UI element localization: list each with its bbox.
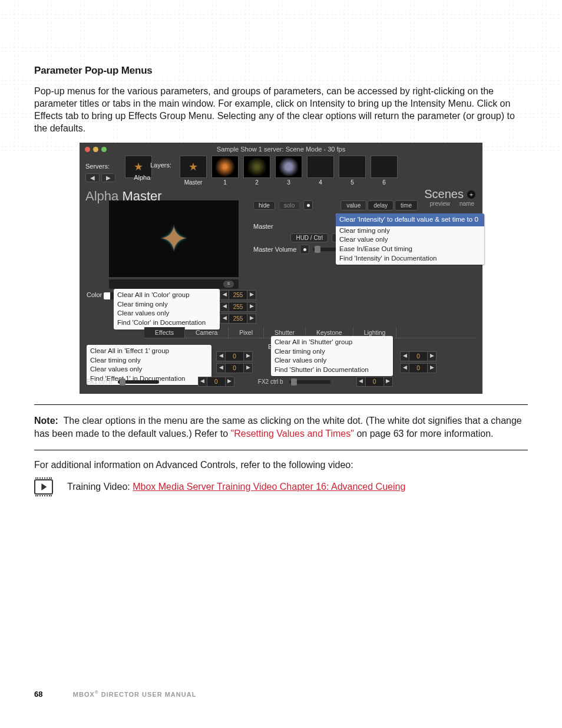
preview-pane: ✦	[109, 200, 239, 277]
menu-item[interactable]: Find 'Color' in Documentation	[117, 318, 216, 328]
fx-spin[interactable]: ◀0▶	[216, 363, 253, 373]
scenes-heading[interactable]: Scenes+	[424, 187, 475, 201]
layer-5-thumb[interactable]	[339, 156, 366, 178]
video-icon	[34, 479, 53, 495]
clip-marker[interactable]: s	[223, 281, 234, 288]
layer-6-label[interactable]: 6	[371, 179, 398, 186]
layer-3-thumb[interactable]	[275, 156, 302, 178]
tab-effects[interactable]: Effects	[144, 327, 185, 338]
fx2-label[interactable]: FX2 ctrl b	[258, 378, 283, 385]
alpha-tab[interactable]: Alpha	[134, 174, 150, 181]
reset-link[interactable]: "Resetting Values and Times"	[231, 429, 354, 439]
divider	[34, 450, 528, 450]
nav-left-button[interactable]: ◀	[85, 173, 100, 182]
fx1-slider[interactable]	[118, 380, 159, 384]
top-toolbar: Servers: Alpha ◀ ▶ Alpha Layers: Master	[85, 156, 482, 188]
menu-item[interactable]: Ease In/Ease Out timing	[339, 245, 481, 254]
layer-4-thumb[interactable]	[307, 156, 334, 178]
color-spin-3[interactable]: ◀255▶	[220, 314, 256, 324]
solo-button[interactable]: solo	[279, 201, 300, 210]
layer-2-thumb[interactable]	[243, 156, 270, 178]
layer-3-label[interactable]: 3	[275, 179, 302, 186]
hide-button[interactable]: hide	[253, 201, 275, 210]
divider	[34, 404, 528, 405]
timeline-track[interactable]: s	[109, 279, 239, 289]
layer-2-label[interactable]: 2	[243, 179, 270, 186]
servers-label: Servers:	[85, 163, 110, 170]
note-label: Note:	[34, 416, 58, 426]
nav-right-button[interactable]: ▶	[101, 173, 115, 182]
color-spin-1[interactable]: ◀255▶	[220, 290, 256, 300]
fx-spin[interactable]: ◀0▶	[400, 363, 437, 373]
menu-item[interactable]: Clear timing only	[117, 300, 216, 309]
layers-label: Layers:	[150, 162, 171, 169]
page-footer: 68 MBOX® DIRECTOR USER MANUAL	[34, 690, 528, 699]
layer-master-label[interactable]: Master	[180, 179, 207, 186]
fx1-label[interactable]: FX1 ctrl b	[87, 378, 112, 385]
intensity-context-menu[interactable]: Clear 'Intensity' to default value & set…	[336, 213, 484, 265]
intro-paragraph: Pop-up menus for the various parameters,…	[34, 85, 528, 134]
additional-info: For additional information on Advanced C…	[34, 459, 528, 471]
tab-camera[interactable]: Camera	[185, 327, 229, 338]
hud-button[interactable]: HUD / Ctrl	[290, 233, 328, 242]
menu-item[interactable]: Clear values only	[117, 309, 216, 318]
color-context-menu[interactable]: Clear All in 'Color' group Clear timing …	[114, 289, 220, 329]
time-button[interactable]: time	[395, 200, 418, 210]
menu-item[interactable]: Clear timing only	[339, 226, 481, 236]
scene-columns: previewname	[430, 200, 474, 207]
reset-dot[interactable]	[300, 245, 309, 254]
color-label[interactable]: Color	[87, 291, 102, 298]
fx2-slider[interactable]	[289, 380, 330, 384]
menu-item[interactable]: Clear 'Intensity' to default value & set…	[336, 213, 484, 226]
fx-spin[interactable]: ◀0▶	[216, 351, 253, 361]
menu-item[interactable]: Find 'Intensity' in Documentation	[339, 254, 481, 263]
window-title: Sample Show 1 server: Scene Mode - 30 fp…	[80, 146, 482, 153]
manual-title: MBOX® DIRECTOR USER MANUAL	[73, 691, 197, 698]
menu-item[interactable]: Clear All in 'Shutter' group	[275, 338, 389, 347]
layer-5-label[interactable]: 5	[339, 179, 366, 186]
menu-item[interactable]: Clear value only	[339, 235, 481, 245]
color-spin-2[interactable]: ◀255▶	[220, 302, 256, 312]
tab-pixel[interactable]: Pixel	[229, 327, 264, 338]
page-number: 68	[34, 690, 42, 699]
note-paragraph: Note: The clear options in the menu are …	[34, 414, 528, 440]
fx-spin[interactable]: ◀0▶	[356, 377, 393, 387]
layer-1-label[interactable]: 1	[211, 179, 239, 186]
layer-1-thumb[interactable]	[211, 156, 239, 178]
video-prefix: Training Video:	[67, 482, 133, 492]
section-heading: Parameter Pop-up Menus	[34, 65, 528, 77]
training-video-link[interactable]: Mbox Media Server Training Video Chapter…	[133, 482, 405, 492]
video-row: Training Video: Mbox Media Server Traini…	[34, 479, 528, 495]
fx-spin[interactable]: ◀0▶	[198, 377, 234, 387]
master-volume-label[interactable]: Master Volume	[253, 246, 296, 253]
layer-master-thumb[interactable]	[180, 156, 207, 178]
reset-dot[interactable]	[303, 200, 313, 210]
layer-6-thumb[interactable]	[371, 156, 398, 178]
fx-spin[interactable]: ◀0▶	[400, 351, 437, 361]
menu-item[interactable]: Clear All in 'Color' group	[117, 291, 216, 300]
layer-4-label[interactable]: 4	[307, 179, 334, 186]
add-scene-icon[interactable]: +	[467, 190, 475, 199]
screenshot: Sample Show 1 server: Scene Mode - 30 fp…	[80, 143, 482, 394]
